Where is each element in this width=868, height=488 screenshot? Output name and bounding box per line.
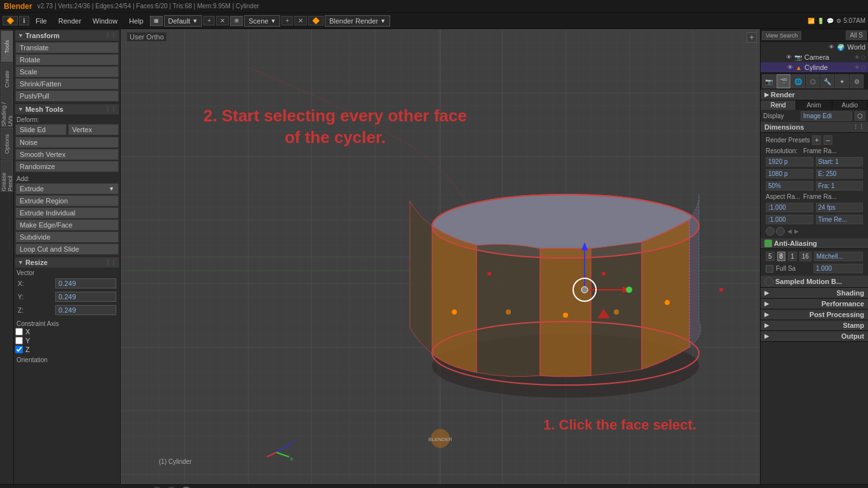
translate-btn[interactable]: Translate (15, 42, 119, 53)
smooth-vertex-btn[interactable]: Smooth Vertex (15, 149, 119, 160)
sampled-toggle[interactable] (764, 277, 773, 286)
resize-header[interactable]: ▼ Resize ⋮⋮ (15, 257, 119, 268)
particle-prop-icon[interactable]: ✦ (835, 74, 849, 88)
object-prop-icon[interactable]: ⬡ (806, 74, 820, 88)
anim-tab[interactable]: Anim (796, 100, 832, 110)
layout-icon[interactable]: ▦ (150, 16, 163, 26)
extrude-region-btn[interactable]: Extrude Region (15, 195, 119, 207)
all-s-btn[interactable]: All S (846, 30, 867, 40)
full-sa-checkbox[interactable] (766, 265, 773, 273)
modifier-prop-icon[interactable]: 🔧 (820, 74, 834, 88)
rend-tab[interactable]: Rend (761, 100, 796, 110)
rotate-btn[interactable]: Rotate (15, 54, 119, 65)
aspect-y-field[interactable]: :1.000 (766, 215, 813, 224)
world-prop-icon[interactable]: 🌐 (791, 74, 805, 88)
view-search-btn[interactable]: View Search (762, 31, 801, 40)
slide-ed-btn[interactable]: Slide Ed (15, 124, 67, 135)
camera-visibility-icon[interactable]: 👁 (786, 54, 792, 60)
display-value[interactable]: Image Edi (801, 111, 852, 121)
output-header[interactable]: ▶ Output (761, 331, 868, 342)
aa-5-btn[interactable]: 5 (766, 252, 775, 261)
scene-prop-icon[interactable]: 🎬 (776, 74, 790, 88)
scale-btn[interactable]: Scale (15, 66, 119, 78)
world-visibility-icon[interactable]: 👁 (829, 44, 834, 50)
scene-dropdown[interactable]: Scene ▼ (244, 15, 280, 27)
nav-right-icon[interactable]: ▶ (794, 228, 799, 234)
aa-checkbox[interactable] (764, 240, 772, 247)
extrude-dropdown[interactable]: Extrude ▼ (15, 183, 119, 194)
side-tab-relations[interactable]: Shading / UVs (1, 95, 13, 127)
noise-btn[interactable]: Noise (15, 137, 119, 148)
layout-add-btn[interactable]: + (203, 16, 215, 25)
menu-render[interactable]: Render (53, 16, 86, 26)
toggle-1[interactable] (766, 227, 775, 236)
randomize-btn[interactable]: Randomize (15, 161, 119, 172)
push-pull-btn[interactable]: Push/Pull (15, 90, 119, 102)
menu-help[interactable]: Help (124, 16, 149, 26)
menu-window[interactable]: Window (88, 16, 123, 26)
shrink-btn[interactable]: Shrink/Fatten (15, 78, 119, 90)
transform-expand[interactable]: ⋮⋮ (105, 32, 116, 39)
z-axis-checkbox[interactable] (15, 346, 23, 353)
cylinder-visibility-icon[interactable]: 👁 (787, 64, 793, 71)
menu-file[interactable]: File (31, 16, 52, 26)
loop-cut-btn[interactable]: Loop Cut and Slide (15, 243, 119, 255)
aa-1-btn[interactable]: 1 (788, 252, 797, 261)
res-y-field[interactable]: 1080 p (766, 169, 813, 179)
side-tab-grease[interactable]: Grease Pencil (1, 160, 13, 192)
dimensions-header[interactable]: Dimensions ⋮⋮ (761, 122, 868, 133)
outliner-item-cylinder[interactable]: 👁 ▲ Cylinde 👁 ⬡ (761, 62, 868, 72)
y-field[interactable]: 0.249 (55, 292, 116, 302)
audio-tab[interactable]: Audio (832, 100, 868, 110)
screen-icon[interactable]: ⊞ (230, 16, 243, 26)
layout-close-btn[interactable]: ✕ (216, 16, 229, 25)
sa-val-field[interactable]: 1.000 (813, 264, 863, 273)
nav-left-icon[interactable]: ◀ (787, 228, 792, 234)
outliner-item-camera[interactable]: 👁 📷 Camera 👁 ⬡ (761, 52, 868, 62)
side-tab-options[interactable]: Options (1, 128, 13, 159)
res-x-field[interactable]: 1920 p (766, 157, 813, 166)
blender-icon-btn[interactable]: 🔶 (3, 16, 18, 25)
subdivide-btn[interactable]: Subdivide (15, 231, 119, 243)
z-field[interactable]: 0.249 (55, 305, 116, 315)
extrude-individual-btn[interactable]: Extrude Individual (15, 207, 119, 219)
anti-aliasing-header[interactable]: Anti-Aliasing (761, 238, 868, 249)
aspect-x-field[interactable]: :1.000 (766, 203, 813, 212)
aa-16-btn[interactable]: 16 (799, 252, 811, 261)
fra-field[interactable]: Fra: 1 (816, 181, 864, 191)
mesh-tools-expand[interactable]: ⋮⋮ (105, 106, 116, 112)
transform-header[interactable]: ▼ Transform ⋮⋮ (15, 30, 119, 41)
toggle-2[interactable] (776, 227, 785, 236)
physics-prop-icon[interactable]: ⚙ (850, 74, 864, 88)
performance-header[interactable]: ▶ Performance (761, 299, 868, 309)
mesh-tools-header[interactable]: ▼ Mesh Tools ⋮⋮ (15, 104, 119, 114)
mitchell-field[interactable]: Mitchell... (814, 252, 863, 261)
render-prop-icon[interactable]: 📷 (762, 74, 776, 88)
post-processing-header[interactable]: ▶ Post Processing (761, 309, 868, 320)
scene-close-btn[interactable]: ✕ (294, 16, 307, 25)
make-edge-face-btn[interactable]: Make Edge/Face (15, 219, 119, 231)
scene-add-btn[interactable]: + (281, 16, 293, 25)
stamp-header[interactable]: ▶ Stamp (761, 320, 868, 331)
time-re-field[interactable]: Time Re... (816, 215, 864, 224)
fps-field[interactable]: 24 fps (816, 203, 864, 212)
presets-remove-btn[interactable]: – (824, 135, 832, 145)
side-tab-create[interactable]: Create (1, 63, 13, 95)
sampled-motion-header[interactable]: Sampled Motion B... (761, 276, 868, 288)
info-icon[interactable]: ℹ (19, 16, 29, 25)
pct-field[interactable]: 50% (766, 181, 813, 191)
side-tab-tools[interactable]: Tools (1, 30, 13, 62)
presets-add-btn[interactable]: + (812, 135, 821, 145)
renderer-dropdown[interactable]: Blender Render ▼ (325, 15, 390, 27)
y-axis-checkbox[interactable] (15, 337, 23, 344)
viewport[interactable]: User Ortho + 2. Start selecting every ot… (121, 29, 760, 484)
renderer-icon[interactable]: 🔶 (308, 16, 323, 25)
display-extra-btn[interactable]: ⬡ (855, 111, 865, 121)
x-field[interactable]: 0.249 (55, 278, 116, 288)
resize-expand[interactable]: ⋮⋮ (105, 259, 116, 266)
vertex-btn[interactable]: Vertex (68, 124, 119, 135)
start-field[interactable]: Start: 1 (816, 157, 864, 166)
x-axis-checkbox[interactable] (15, 328, 23, 336)
end-field[interactable]: E: 250 (816, 169, 864, 179)
shading-header[interactable]: ▶ Shading (761, 288, 868, 299)
